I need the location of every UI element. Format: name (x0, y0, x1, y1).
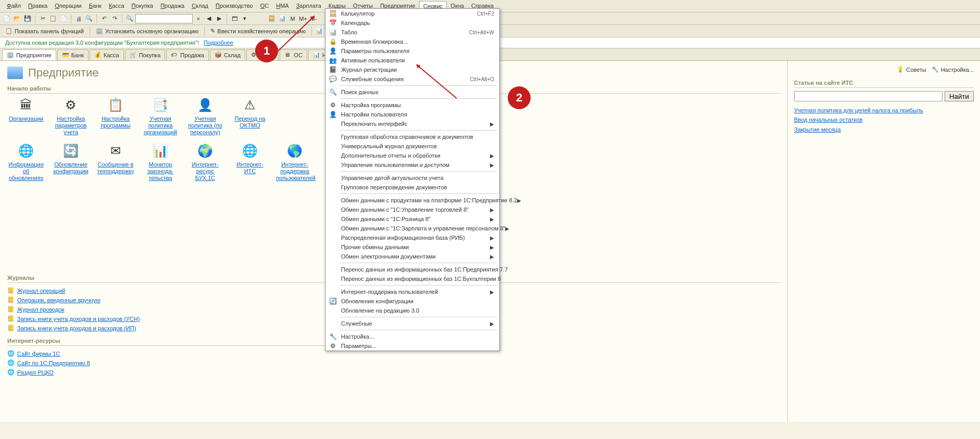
action-item[interactable]: ✉Сообщение в техподдержку (97, 143, 134, 182)
menu-продажа[interactable]: Продажа (157, 1, 188, 11)
menu-item[interactable]: Обмен данными с "1С:Розница 8"▶ (325, 214, 499, 224)
cut-icon[interactable]: ✂ (38, 14, 47, 23)
dropdown-icon[interactable]: ▾ (240, 14, 249, 23)
menu-item[interactable]: 📅Календарь (325, 18, 499, 28)
menu-item[interactable]: Групповая обработка справочников и докум… (325, 132, 499, 141)
menu-item[interactable]: Дополнительные отчеты и обработки▶ (325, 151, 499, 160)
paste-icon[interactable]: 📄 (59, 14, 68, 23)
menu-ос[interactable]: ОС (257, 1, 273, 11)
tips-button[interactable]: 💡Советы (897, 66, 926, 73)
enter-op-button[interactable]: ✎ Ввести хозяйственную операцию (207, 27, 309, 35)
menu-item[interactable]: Управление датой актуальности учета (325, 173, 499, 183)
settings-button[interactable]: 🔧Настройка... (932, 66, 974, 73)
search-icon[interactable]: 🔍 (125, 14, 134, 23)
tab-касса[interactable]: 💰Касса (90, 49, 124, 60)
action-item[interactable]: 🌐Интернет-ИТС (231, 143, 269, 182)
menu-item[interactable]: Групповое перепроведение документов (325, 183, 499, 192)
menu-item[interactable]: Перенос данных из информационных баз 1С:… (325, 265, 499, 274)
tab-склад[interactable]: 📦Склад (210, 49, 245, 60)
menu-касса[interactable]: Касса (105, 1, 128, 11)
menu-item[interactable]: 🔄Обновление конфигурации (325, 296, 499, 306)
copy-icon[interactable]: 📋 (48, 14, 58, 23)
undo-icon[interactable]: ↶ (99, 14, 109, 23)
menu-item[interactable]: Переключить интерфейс▶ (325, 119, 499, 128)
menu-item[interactable]: Обмен данными с продуктами на платформе … (325, 196, 499, 205)
menu-item[interactable]: Универсальный журнал документов (325, 141, 499, 151)
notice-link[interactable]: Подробнее (204, 40, 233, 46)
action-item[interactable]: 🔄Обновление конфиграции (52, 143, 90, 182)
menu-item[interactable]: ⚙Настройка программы (325, 100, 499, 110)
menu-item[interactable]: Управление пользователями и доступом▶ (325, 160, 499, 170)
action-item[interactable]: ⚠Переход на ОКТМО (231, 97, 269, 136)
tb2-icon-1[interactable]: 📊 (315, 27, 324, 36)
menu-item[interactable]: 🔍Поиск данных (325, 87, 499, 97)
redo-icon[interactable]: ↷ (110, 14, 119, 23)
menu-покупка[interactable]: Покупка (128, 1, 157, 11)
next-icon[interactable]: ▶ (215, 14, 224, 23)
list-item[interactable]: 🌐Сайт по 1С:Предприятию 8 (7, 358, 388, 368)
menu-item[interactable]: 👥Активные пользователи (325, 56, 499, 65)
tab-продажа[interactable]: 🏷Продажа (166, 49, 209, 60)
its-search-input[interactable] (794, 91, 943, 101)
its-link[interactable]: Ввод начальных остатков (794, 116, 974, 123)
menu-нма[interactable]: НМА (272, 1, 292, 11)
action-item[interactable]: 🏛Организации (7, 97, 45, 136)
tab-банк[interactable]: 💳Банк (57, 49, 89, 60)
new-icon[interactable]: 📄 (2, 14, 11, 23)
mc-icon[interactable]: 📊 (278, 14, 287, 23)
tab-покупка[interactable]: 🛒Покупка (125, 49, 166, 60)
menu-item[interactable]: Служебные▶ (325, 319, 499, 328)
menu-операции[interactable]: Операции (51, 1, 85, 11)
menu-склад[interactable]: Склад (188, 1, 212, 11)
action-item[interactable]: 🌍Интернет-ресурс БУХ.1С (186, 143, 224, 182)
menu-item[interactable]: Обмен данными с "1С:Управление торговлей… (325, 205, 499, 214)
menu-зарплата[interactable]: Зарплата (293, 1, 325, 11)
tab-предприятие[interactable]: 🏢Предприятие (2, 49, 56, 60)
open-icon[interactable]: 📂 (12, 14, 22, 23)
search-input[interactable] (135, 14, 193, 23)
set-org-button[interactable]: 🏢 Установить основную организацию (93, 27, 202, 35)
menu-item[interactable]: 📓Журнал регистрации (325, 65, 499, 74)
menu-item[interactable]: Обмен электронными документами▶ (325, 252, 499, 261)
action-item[interactable]: 📑Учетная политика организаций (142, 97, 179, 136)
calc-icon[interactable]: 🧮 (267, 14, 277, 23)
menu-правка[interactable]: Правка (24, 1, 51, 11)
menu-item[interactable]: 👤Параметры пользователя (325, 46, 499, 56)
menu-производство[interactable]: Производство (212, 1, 257, 11)
menu-банк[interactable]: Банк (85, 1, 105, 11)
menu-item[interactable]: Интернет-поддержка пользователей▶ (325, 287, 499, 296)
its-link[interactable]: Учетная политика для целей налога на при… (794, 107, 974, 114)
window-icon[interactable]: 🗔 (230, 14, 239, 23)
action-item[interactable]: ⚙Настройка параметров учета (52, 97, 90, 136)
menu-item[interactable]: Обмен данными с "1С:Зарплата и управлени… (325, 224, 499, 233)
menu-item[interactable]: 👤Настройки пользователя (325, 110, 499, 119)
menu-item[interactable]: 🧮КалькуляторCtrl+F2 (325, 9, 499, 18)
tab-ос[interactable]: 🖥ОС (280, 49, 307, 60)
prev-icon[interactable]: ◀ (204, 14, 213, 23)
preview-icon[interactable]: 🔍 (84, 14, 94, 23)
mplus-label[interactable]: М+ (298, 14, 308, 23)
clear-icon[interactable]: × (194, 14, 203, 23)
menu-item[interactable]: 🔧Настройка... (325, 332, 499, 341)
menu-item[interactable]: 🔒Временная блокировка... (325, 37, 499, 46)
list-item[interactable]: 🌐Раздел РЦКО (7, 368, 388, 377)
save-icon[interactable]: 💾 (23, 14, 32, 23)
m-label[interactable]: М (288, 14, 297, 23)
action-item[interactable]: 👤Учетная политика (по персоналу) (186, 97, 224, 136)
menu-item[interactable]: Обновление на редакцию 3.0 (325, 306, 499, 315)
menu-item[interactable]: ⚙Параметры... (325, 341, 499, 351)
action-item[interactable]: 🌎Интернет-поддержка пользователей (276, 143, 313, 182)
print-icon[interactable]: 🖨 (74, 14, 83, 23)
action-item[interactable]: 📋Настройка программы (97, 97, 134, 136)
show-panel-button[interactable]: 📋 Показать панель функций (2, 27, 87, 35)
action-item[interactable]: 📊Монитор законода- тельства (142, 143, 179, 182)
menu-item[interactable]: Перенос данных из информационных баз 1С:… (325, 274, 499, 283)
its-link[interactable]: Закрытие месяца (794, 126, 974, 133)
menu-item[interactable]: 📊ТаблоCtrl+Alt+W (325, 28, 499, 37)
menu-item[interactable]: 💬Служебные сообщенияCtrl+Alt+O (325, 74, 499, 84)
menu-item[interactable]: Прочие обмены данными▶ (325, 242, 499, 252)
menu-item[interactable]: Распределенная информационная база (РИБ)… (325, 233, 499, 242)
find-button[interactable]: Найти (945, 91, 974, 101)
menu-файл[interactable]: Файл (3, 1, 24, 11)
action-item[interactable]: 🌐Информация об обновлениях (7, 143, 45, 182)
